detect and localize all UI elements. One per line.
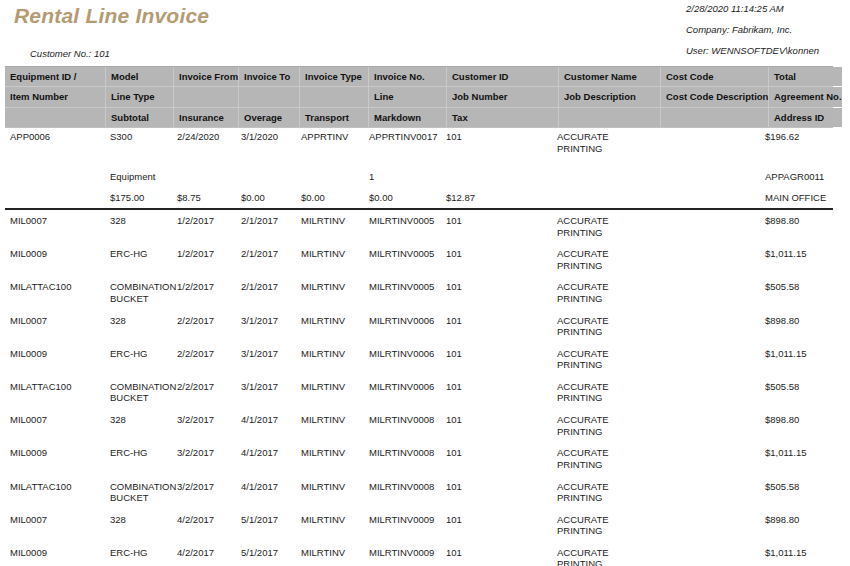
row-cell: 101 — [441, 248, 552, 260]
row-cell: MILATTAC100 — [5, 481, 105, 493]
row-cell: 1/2/2017 — [172, 281, 236, 293]
row-cell: MILRTINV0008 — [364, 481, 441, 493]
header-cell: Job Description — [559, 87, 660, 106]
row-cell: MILRTINV — [296, 547, 364, 559]
row-cell: ERC-HG — [105, 447, 172, 459]
detail-cell: $0.00 — [296, 192, 364, 204]
detail-cell — [236, 171, 296, 183]
detail-cell: $8.75 — [172, 192, 236, 204]
row-cell: ACCURATE PRINTING — [552, 315, 653, 338]
row-cell: 101 — [441, 315, 552, 327]
section-divider-rule — [5, 208, 833, 210]
header-cell: Line Type — [106, 87, 173, 106]
row-cell: 101 — [441, 514, 552, 526]
row-cell: 101 — [441, 381, 552, 393]
row-cell: 1/2/2017 — [172, 248, 236, 260]
header-cell — [239, 87, 299, 106]
row-cell: ACCURATE PRINTING — [552, 447, 653, 470]
row-cell: MILRTINV — [296, 514, 364, 526]
row-cell: ACCURATE PRINTING — [552, 215, 653, 238]
row-cell: 101 — [441, 348, 552, 360]
header-cell: Transport — [300, 108, 368, 127]
detail-cell — [653, 192, 760, 204]
row-cell: 101 — [441, 481, 552, 493]
row-cell: MIL0007 — [5, 215, 105, 227]
row-cell: MILRTINV — [296, 414, 364, 426]
row-cell: 5/1/2017 — [236, 514, 296, 526]
detail-cell: 1 — [364, 171, 441, 183]
header-cell: Insurance — [174, 108, 238, 127]
header-cell: Markdown — [369, 108, 446, 127]
header-cell: Address ID — [769, 108, 842, 127]
report-user: User: WENNSOFTDEV\konnen — [686, 46, 819, 56]
table-row: MIL0009ERC-HG2/2/20173/1/2017MILRTINVMIL… — [5, 348, 833, 381]
row-cell: 2/1/2017 — [236, 281, 296, 293]
header-cell: Invoice To — [239, 67, 299, 86]
row-cell: ERC-HG — [105, 248, 172, 260]
header-cell: Invoice From — [174, 67, 238, 86]
detail-cell: 3/1/2020 — [236, 131, 296, 154]
table-row: MILATTAC100COMBINATION BUCKET1/2/20172/1… — [5, 281, 833, 314]
table-row: MIL00073284/2/20175/1/2017MILRTINVMILRTI… — [5, 514, 833, 547]
header-cell — [174, 87, 238, 106]
row-cell: ACCURATE PRINTING — [552, 348, 653, 371]
detail-cell: APPRTINV0017 — [364, 131, 441, 154]
detail-cell: ACCURATE PRINTING — [552, 131, 653, 154]
row-cell: 101 — [441, 447, 552, 459]
detail-cell: APPRTINV — [296, 131, 364, 154]
row-cell: 3/1/2017 — [236, 381, 296, 393]
header-cell: Subtotal — [106, 108, 173, 127]
detail-cell — [653, 171, 760, 183]
detail-cell — [172, 171, 236, 183]
header-cell: Item Number — [5, 87, 105, 106]
table-row: MIL00073282/2/20173/1/2017MILRTINVMILRTI… — [5, 315, 833, 348]
row-cell: $1,011.15 — [760, 547, 833, 559]
detail-cell: $175.00 — [105, 192, 172, 204]
row-cell: 4/1/2017 — [236, 481, 296, 493]
detail-cell: MAIN OFFICE — [760, 192, 833, 204]
row-cell: 3/1/2017 — [236, 315, 296, 327]
row-cell: ERC-HG — [105, 348, 172, 360]
row-cell: COMBINATION BUCKET — [105, 281, 172, 304]
row-cell: MILRTINV — [296, 248, 364, 260]
row-cell: MILRTINV0005 — [364, 281, 441, 293]
row-cell: ACCURATE PRINTING — [552, 248, 653, 271]
detail-cell: S300 — [105, 131, 172, 154]
table-row: MILATTAC100COMBINATION BUCKET3/2/20174/1… — [5, 481, 833, 514]
row-cell: 4/2/2017 — [172, 547, 236, 559]
row-cell: 101 — [441, 215, 552, 227]
table-row: MIL0009ERC-HG4/2/20175/1/2017MILRTINVMIL… — [5, 547, 833, 566]
row-cell: ACCURATE PRINTING — [552, 481, 653, 504]
report-meta: 2/28/2020 11:14:25 AM Company: Fabrikam,… — [686, 4, 819, 67]
row-cell: ACCURATE PRINTING — [552, 381, 653, 404]
header-cell: Overage — [239, 108, 299, 127]
detail-cell: 2/24/2020 — [172, 131, 236, 154]
row-cell: $898.80 — [760, 514, 833, 526]
row-cell: MIL0007 — [5, 414, 105, 426]
row-cell: MILRTINV — [296, 381, 364, 393]
table-row: MIL0009ERC-HG1/2/20172/1/2017MILRTINVMIL… — [5, 248, 833, 281]
row-cell: $1,011.15 — [760, 348, 833, 360]
detail-cell — [552, 192, 653, 204]
table-rows: MIL00073281/2/20172/1/2017MILRTINVMILRTI… — [5, 215, 833, 566]
detail-group-line-1: APP0006S3002/24/20203/1/2020APPRTINVAPPR… — [5, 131, 833, 154]
detail-cell: APP0006 — [5, 131, 105, 154]
row-cell: MILATTAC100 — [5, 381, 105, 393]
header-cell — [5, 108, 105, 127]
detail-cell — [5, 192, 105, 204]
row-cell: 328 — [105, 315, 172, 327]
detail-cell: $12.87 — [441, 192, 552, 204]
table-row: MIL00073283/2/20174/1/2017MILRTINVMILRTI… — [5, 414, 833, 447]
row-cell: $898.80 — [760, 414, 833, 426]
row-cell: MILRTINV0005 — [364, 215, 441, 227]
row-cell: 2/1/2017 — [236, 248, 296, 260]
detail-cell — [552, 171, 653, 183]
row-cell: 3/2/2017 — [172, 481, 236, 493]
row-cell: $505.58 — [760, 481, 833, 493]
row-cell: MILRTINV0006 — [364, 315, 441, 327]
report-datetime: 2/28/2020 11:14:25 AM — [686, 4, 819, 14]
header-cell: Equipment ID / — [5, 67, 105, 86]
row-cell: COMBINATION BUCKET — [105, 481, 172, 504]
detail-cell — [5, 171, 105, 183]
row-cell: 328 — [105, 514, 172, 526]
